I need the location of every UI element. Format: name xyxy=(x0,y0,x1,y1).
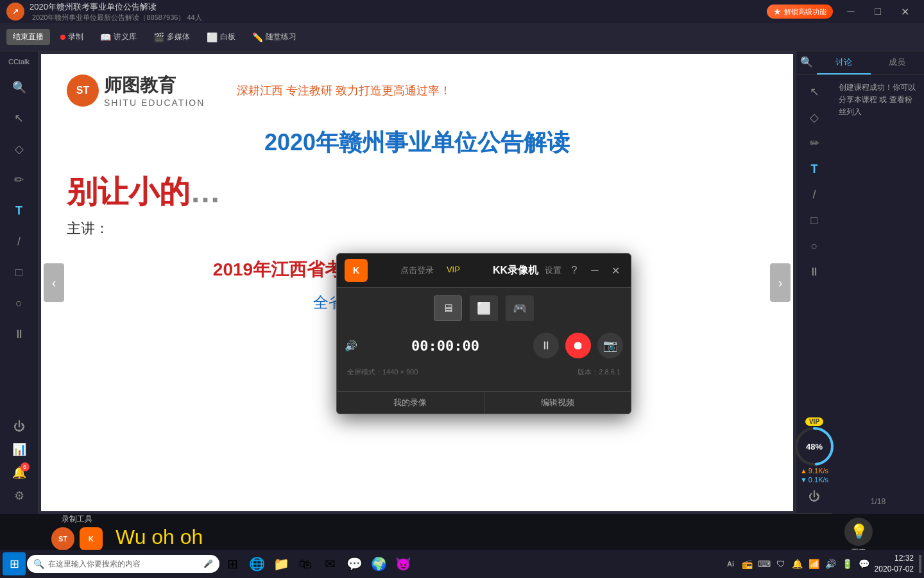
members-tab[interactable]: 成员 xyxy=(871,51,925,74)
win-taskbar: ⊞ 🔍 在这里输入你要搜索的内容 🎤 ⊞ 🌐 📁 🛍 ✉ 💬 🌍 😈 Ai 📻 … xyxy=(0,550,924,578)
volume-tray-icon[interactable]: 🔊 xyxy=(825,557,837,570)
wechat-icon[interactable]: 💬 xyxy=(343,552,366,575)
whiteboard-button[interactable]: ⬜ 白板 xyxy=(200,29,242,45)
kk-footer: 全屏模式：924 × 578 版本：2.8.6.1 xyxy=(345,363,623,378)
slide-title: 2020年赣州事业单位公告解读 xyxy=(67,127,767,159)
maximize-button[interactable]: □ xyxy=(865,3,891,21)
rtool-text[interactable]: T xyxy=(804,159,825,179)
slide-subtitle: 别让小的… xyxy=(67,171,767,213)
kk-version-label: 版本：2.8.6.1 xyxy=(578,367,620,377)
tray-icon-2[interactable]: ⌨ xyxy=(758,557,771,570)
kk-source-game[interactable]: 🎮 xyxy=(506,295,534,321)
search-placeholder: 在这里输入你要搜索的内容 xyxy=(48,559,141,570)
start-button[interactable]: ⊞ xyxy=(3,552,26,575)
tray-icon-1[interactable]: 📻 xyxy=(741,557,754,570)
kk-record-button[interactable]: ⏺ xyxy=(565,333,591,358)
sidebar-power[interactable]: ⏻ xyxy=(8,415,31,438)
game-icon[interactable]: 😈 xyxy=(391,552,415,575)
tray-icon-4[interactable]: 🔔 xyxy=(791,557,804,570)
kk-source-window[interactable]: ⬜ xyxy=(470,295,498,321)
upload-speed: ▲ 9.1K/s xyxy=(800,467,828,475)
wifi-tray-icon[interactable]: 📶 xyxy=(808,557,821,570)
kk-help-button[interactable]: ? xyxy=(567,263,582,278)
lamp-button[interactable]: 💡 xyxy=(844,518,873,546)
browser2-icon[interactable]: 🌍 xyxy=(367,552,390,575)
end-live-button[interactable]: 结束直播 xyxy=(6,29,50,45)
search-icon[interactable]: 🔍 xyxy=(796,51,817,72)
rtool-pause[interactable]: ⏸ xyxy=(804,261,825,282)
rtool-pen[interactable]: ✏ xyxy=(804,133,825,153)
sidebar-text[interactable]: T xyxy=(8,199,31,222)
file-explorer-icon[interactable]: 📁 xyxy=(270,552,293,575)
next-slide-button[interactable]: › xyxy=(770,263,791,302)
sidebar-cursor[interactable]: ↖ xyxy=(8,107,31,130)
kk-settings-link[interactable]: 设置 xyxy=(545,265,561,276)
rtool-circle[interactable]: ○ xyxy=(804,236,825,256)
ai-text-icon[interactable]: Ai xyxy=(724,557,737,570)
recording-tools-label: 录制工具 xyxy=(62,514,92,525)
store-icon[interactable]: 🛍 xyxy=(294,552,317,575)
kk-snapshot-button[interactable]: 📷 xyxy=(597,333,623,358)
kk-tabs: 我的录像 编辑视频 xyxy=(337,391,631,414)
stat-circle-container: 48% xyxy=(796,428,832,464)
speed-stats: ▲ 9.1K/s ▼ 0.1K/s xyxy=(800,467,828,484)
right-notice-text: 创建课程成功！你可以 分享本课程 或 查看粉丝列入 xyxy=(839,82,918,119)
rtool-cursor[interactable]: ↖ xyxy=(804,82,825,102)
sidebar-pause[interactable]: ⏸ xyxy=(8,322,31,346)
notification-tray-icon[interactable]: 💬 xyxy=(858,557,871,570)
rtool-line[interactable]: / xyxy=(804,184,825,205)
practice-button[interactable]: ✏️ 随堂练习 xyxy=(246,29,303,45)
kk-dialog-header: K 点击登录 VIP KK录像机 设置 ? ─ ✕ xyxy=(337,254,631,288)
kk-logo: K xyxy=(345,259,368,282)
unlock-button[interactable]: ★ 解锁高级功能 xyxy=(767,4,833,19)
kk-close-button[interactable]: ✕ xyxy=(608,263,623,278)
lecture-button[interactable]: 📖 讲义库 xyxy=(94,29,143,45)
show-desktop-button[interactable] xyxy=(919,555,921,573)
sidebar-line[interactable]: / xyxy=(8,230,31,253)
record-button[interactable]: 录制 xyxy=(54,29,90,45)
sidebar-notification[interactable]: 🔔 6 xyxy=(8,461,31,484)
kk-vip-link[interactable]: VIP xyxy=(447,265,460,276)
sidebar-eraser[interactable]: ◇ xyxy=(8,137,31,161)
taskbar-search[interactable]: 🔍 在这里输入你要搜索的内容 🎤 xyxy=(27,555,219,573)
right-tools: ↖ ◇ ✏ T / □ ○ ⏸ VIP xyxy=(796,75,832,514)
kk-my-recordings-tab[interactable]: 我的录像 xyxy=(337,392,484,414)
sidebar-activity[interactable]: 📊 xyxy=(8,438,31,461)
tray-icon-3[interactable]: 🛡 xyxy=(774,557,787,570)
rtool-rect[interactable]: □ xyxy=(804,210,825,231)
rtool-power[interactable]: ⏻ xyxy=(804,486,825,507)
close-button[interactable]: ✕ xyxy=(892,3,918,21)
sidebar-settings[interactable]: ⚙ xyxy=(8,484,31,507)
right-panel-tabs: 🔍 讨论 成员 xyxy=(796,51,924,75)
sidebar-search[interactable]: 🔍 xyxy=(8,76,31,99)
mic-search-icon[interactable]: 🎤 xyxy=(203,559,213,568)
recording-dot xyxy=(60,35,65,40)
app-title: 2020年赣州联考事业单位公告解读 xyxy=(30,1,762,13)
kk-login-link[interactable]: 点击登录 xyxy=(400,265,434,276)
app-subtitle: 2020年赣州事业单位最新公告解读（88587936） 44人 xyxy=(32,13,762,22)
kk-edit-video-tab[interactable]: 编辑视频 xyxy=(484,392,631,414)
system-clock[interactable]: 12:32 2020-07-02 xyxy=(875,553,914,575)
kk-title: KK录像机 xyxy=(493,264,538,277)
kk-pause-button[interactable]: ⏸ xyxy=(533,333,559,358)
presentation-slide: ST 师图教育 SHITU EDUCATION 深耕江西 专注教研 致力打造更高… xyxy=(41,54,793,511)
lamp-icon: 💡 xyxy=(850,523,868,540)
prev-slide-button[interactable]: ‹ xyxy=(44,263,64,302)
edge-browser-icon[interactable]: 🌐 xyxy=(245,552,268,575)
subtitle-text: Wu oh oh xyxy=(116,525,203,549)
discuss-tab[interactable]: 讨论 xyxy=(817,51,871,74)
media-button[interactable]: 🎬 多媒体 xyxy=(147,29,196,45)
download-speed: ▼ 0.1K/s xyxy=(800,476,828,484)
mail-icon[interactable]: ✉ xyxy=(318,552,341,575)
kk-volume-label: 🔊 xyxy=(345,340,357,352)
sidebar-pen[interactable]: ✏ xyxy=(8,168,31,191)
sidebar-circle[interactable]: ○ xyxy=(8,292,31,315)
kk-minimize-button[interactable]: ─ xyxy=(587,263,603,278)
sidebar-rect[interactable]: □ xyxy=(8,261,31,284)
task-view-button[interactable]: ⊞ xyxy=(221,552,244,575)
rtool-eraser[interactable]: ◇ xyxy=(804,107,825,128)
kk-source-screen[interactable]: 🖥 xyxy=(434,295,462,321)
minimize-button[interactable]: ─ xyxy=(838,3,864,21)
speaker-icon: 🔊 xyxy=(345,340,357,352)
battery-tray-icon[interactable]: 🔋 xyxy=(841,557,854,570)
